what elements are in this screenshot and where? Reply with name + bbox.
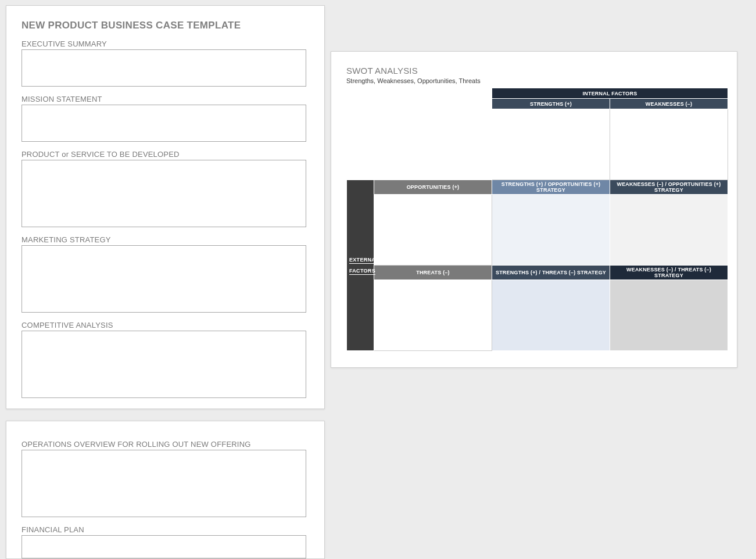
field-competitive-analysis[interactable]	[22, 331, 306, 398]
template-page-swot: SWOT ANALYSIS Strengths, Weaknesses, Opp…	[331, 51, 737, 368]
swot-cell-opportunities[interactable]	[374, 195, 492, 266]
swot-matrix: INTERNAL FACTORS STRENGTHS (+) WEAKNESSE…	[346, 88, 728, 351]
field-financial-plan[interactable]	[22, 535, 306, 558]
swot-header-weaknesses: WEAKNESSES (–)	[610, 99, 728, 109]
swot-header-wo: WEAKNESSES (–) / OPPORTUNITIES (+) STRAT…	[610, 180, 728, 195]
swot-blank	[374, 99, 492, 109]
field-product-service[interactable]	[22, 160, 306, 227]
document-title: NEW PRODUCT BUSINESS CASE TEMPLATE	[22, 20, 309, 31]
swot-external-factors: EXTERNAL FACTORS	[347, 180, 374, 351]
swot-header-wt: WEAKNESSES (–) / THREATS (–) STRATEGY	[610, 266, 728, 280]
template-page-2: OPERATIONS OVERVIEW FOR ROLLING OUT NEW …	[6, 421, 325, 559]
field-marketing-strategy[interactable]	[22, 245, 306, 313]
swot-blank	[374, 88, 492, 99]
swot-cell-st[interactable]	[492, 280, 610, 351]
label-product-service: PRODUCT or SERVICE TO BE DEVELOPED	[22, 150, 309, 159]
swot-title: SWOT ANALYSIS	[346, 66, 722, 76]
label-executive-summary: EXECUTIVE SUMMARY	[22, 40, 309, 48]
swot-blank	[347, 109, 374, 180]
label-marketing-strategy: MARKETING STRATEGY	[22, 235, 309, 244]
label-competitive-analysis: COMPETITIVE ANALYSIS	[22, 321, 309, 329]
label-mission-statement: MISSION STATEMENT	[22, 95, 309, 103]
swot-cell-threats[interactable]	[374, 280, 492, 351]
label-operations-overview: OPERATIONS OVERVIEW FOR ROLLING OUT NEW …	[22, 440, 309, 449]
swot-cell-wt[interactable]	[610, 280, 728, 351]
swot-header-threats: THREATS (–)	[374, 266, 492, 280]
swot-blank	[374, 109, 492, 180]
swot-cell-so[interactable]	[492, 195, 610, 266]
field-mission-statement[interactable]	[22, 105, 306, 142]
swot-header-opportunities: OPPORTUNITIES (+)	[374, 180, 492, 195]
template-page-1: NEW PRODUCT BUSINESS CASE TEMPLATE EXECU…	[6, 5, 325, 409]
swot-header-strengths: STRENGTHS (+)	[492, 99, 610, 109]
swot-blank	[347, 88, 374, 99]
swot-cell-strengths[interactable]	[492, 109, 610, 180]
swot-subtitle: Strengths, Weaknesses, Opportunities, Th…	[346, 77, 722, 84]
label-financial-plan: FINANCIAL PLAN	[22, 525, 309, 534]
swot-header-so: STRENGTHS (+) / OPPORTUNITIES (+) STRATE…	[492, 180, 610, 195]
field-operations-overview[interactable]	[22, 450, 306, 517]
swot-cell-wo[interactable]	[610, 195, 728, 266]
swot-internal-factors: INTERNAL FACTORS	[492, 88, 728, 99]
field-executive-summary[interactable]	[22, 49, 306, 87]
swot-blank	[347, 99, 374, 109]
swot-header-st: STRENGTHS (+) / THREATS (–) STRATEGY	[492, 266, 610, 280]
swot-cell-weaknesses[interactable]	[610, 109, 728, 180]
